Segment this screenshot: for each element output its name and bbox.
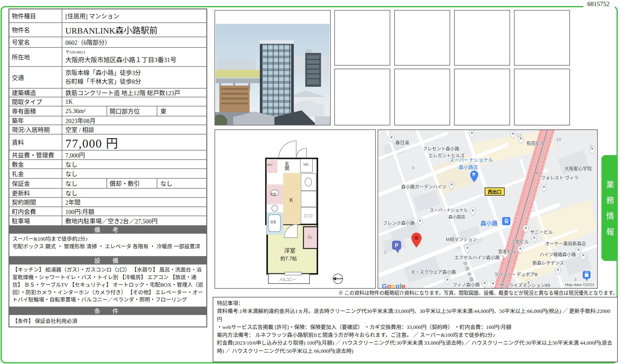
rent-value: 77,000 円 (62, 135, 206, 150)
map-attribution: Map data ©2023 (564, 282, 595, 287)
map-label: スーパーナショナル (430, 207, 468, 213)
map-label: 大阪聖心学院 (565, 165, 592, 171)
row-label: 号室名 (9, 37, 62, 47)
special-notes-line: 町会費(2023/10/6申し込み分より取得) 100円(月額) ／ ハウスクリ… (217, 339, 614, 355)
floor-plan-box: 玄関 SEC MB 洗面 浴室 K CL 洋室 約7.7帖 バルコニー (214, 129, 376, 289)
row-label: 建築構造 (9, 89, 62, 97)
map-label: エクセルハイツ森小路 (454, 254, 500, 260)
row-value: 2年間 (62, 198, 206, 206)
floor-area: 25.36m² (62, 106, 107, 116)
bath-label: 浴室 (270, 219, 276, 224)
special-notes-title: 特記事項： (217, 299, 614, 307)
document-number: 6815752 (580, 0, 617, 8)
map-label: 三宅ビル (511, 238, 529, 245)
row-label: 契約期間 (9, 198, 62, 206)
map-label: 森小路店 (459, 163, 478, 171)
conditions-header: 条 件 (9, 307, 206, 315)
train-station-icon (502, 217, 510, 225)
special-notes-line: 賃料備考:1年未満解約違約金共込1ヵ月。退去時クリーニング代30平米未満:33,… (217, 307, 614, 323)
property-sheet-page: 6815752 物件種目 [住居用] マンション 物件名 URBANLINK森小… (0, 0, 622, 364)
map-label: 17 (517, 133, 522, 138)
photo-placeholder-5 (334, 69, 390, 125)
photo-placeholder-1 (334, 10, 390, 66)
map-label: 宮本ビル (498, 248, 516, 254)
photo-placeholder-7 (454, 69, 510, 125)
table-row: 間取タイプ 1K (9, 97, 206, 106)
closet-label: CL (308, 235, 312, 239)
table-row: 契約期間 2年間 (9, 198, 206, 207)
table-row: 礼金 なし (9, 169, 206, 179)
property-table: 物件種目 [住居用] マンション 物件名 URBANLINK森小路駅前 号室名 … (8, 8, 207, 327)
balcony-label: バルコニー (279, 277, 296, 282)
photo-placeholder-8 (514, 69, 570, 125)
map-label: 森小路店 (448, 213, 465, 219)
station-name: 森小路 (480, 219, 498, 227)
table-row: 駐車場 敷地内駐車場／空き2台／27,500円 (9, 216, 206, 226)
map-label: ハイツ嵯峨森小路 (540, 251, 576, 257)
compass-icon (332, 274, 343, 284)
map-label: フレンテ森小路 (383, 219, 415, 226)
row-label: 共益費・管理費 (9, 151, 62, 159)
photo-placeholder-6 (394, 69, 450, 125)
map-label: 有田ビル (526, 140, 545, 146)
building-photo (215, 11, 330, 125)
disclaimer-text: ※ この資料は物件の概略紹介資料になります。写真、間取図面、設備、概要などが現況… (212, 289, 618, 296)
building-photo-box (214, 10, 331, 125)
row-value: なし (62, 189, 206, 197)
map-label: 春日湯 (395, 139, 409, 145)
map-label: フォレスト ヴィラ (541, 174, 578, 180)
row-value: 1K (62, 97, 206, 106)
table-row: 更新料 なし (9, 189, 206, 198)
row-label: 築年 (9, 116, 62, 125)
row-value: 鉄筋コンクリート造 地上12階 総戸数123戸 (62, 89, 206, 97)
map-label: クレセント森小路 (423, 145, 459, 151)
map-label: 新森レヂデンス (532, 259, 564, 266)
special-notes-line: 案内方法備考： ルネフラッツ森小路駅前IIと間違う方が時々おられます。ご注意。 … (217, 331, 614, 339)
table-row: 所在地 〒535-0013 大阪府大阪市旭区森小路１丁目3番31号 (9, 48, 206, 67)
table-row: 現況/入居時期 空室 / 相談 (9, 125, 206, 135)
row-value: なし (62, 160, 206, 168)
row-value: 100円/月額 (62, 207, 206, 216)
map-label: ラリュー・デュボアB (494, 271, 538, 277)
remarks-body: スーパー&100均まで徒歩約2分♪ 宅配ボックス 鍵式 ・ 管理形態 清掃 ・ … (9, 234, 206, 257)
property-name: URBANLINK森小路駅前 (62, 23, 206, 37)
row-label: 間取タイプ (9, 97, 62, 106)
row-value: [住居用] マンション (62, 9, 206, 22)
row-value: なし (62, 169, 206, 178)
map-canvas: P (378, 130, 597, 288)
row-label: 礼金 (9, 169, 62, 178)
entrance-label: 玄関 (283, 161, 290, 171)
equipment-body: 【キッチン】 給湯器（ガス）・ガスコンロ（2口） 【水廻り】 風呂・洗面台・浴室… (9, 265, 206, 307)
table-row: 共益費・管理費 7,000円 (9, 151, 206, 160)
shoe-closet-label: SEC (267, 163, 273, 166)
transit-line-2: 谷町線「千林大宮」徒歩8分 (65, 77, 205, 86)
postal-code: 〒535-0013 (65, 49, 205, 55)
row-label: 交通 (9, 67, 62, 88)
map-label: 18 (556, 137, 561, 142)
business-info-tab[interactable]: 業務情報 (601, 155, 618, 261)
table-row: 物件種目 [住居用] マンション (9, 9, 206, 23)
special-notes-box: 特記事項： 賃料備考:1年未満解約違約金共込1ヵ月。退去時クリーニング代30平米… (213, 297, 618, 362)
table-row: 敷金 なし (9, 160, 206, 169)
map-label: M旭マンション (446, 236, 477, 242)
amortization-label: 償却・敷引 (107, 179, 157, 188)
table-row: 建築構造 鉄筋コンクリート造 地上12階 総戸数123戸 (9, 89, 206, 97)
map-label: 2 (590, 144, 592, 149)
row-value: 7,000円 (62, 151, 206, 159)
map-label: E・スクウェア森小路 (412, 268, 456, 275)
map-label: 4 (574, 277, 577, 282)
map-label: 3 (384, 250, 386, 255)
map-label: オーケー薬局新森店 (545, 240, 586, 246)
logo-letter: o (391, 282, 396, 289)
washroom-label: 洗面 (270, 192, 276, 196)
photo-placeholder-3 (454, 10, 510, 66)
table-row: 賃料 77,000 円 (9, 135, 206, 151)
map-label: スーパーナショナル (450, 156, 493, 163)
table-row: 交通 京阪本線「森小路」徒歩3分 谷町線「千林大宮」徒歩8分 (9, 67, 206, 89)
row-value: 2023年08月 (62, 116, 206, 125)
row-value: 敷地内駐車場／空き2台／27,500円 (62, 216, 206, 225)
room-label: 洋室 (284, 246, 296, 254)
table-row: 物件名 URBANLINK森小路駅前 (9, 23, 206, 37)
photo-placeholder-4 (514, 10, 570, 66)
row-label: 現況/入居時期 (9, 125, 62, 134)
